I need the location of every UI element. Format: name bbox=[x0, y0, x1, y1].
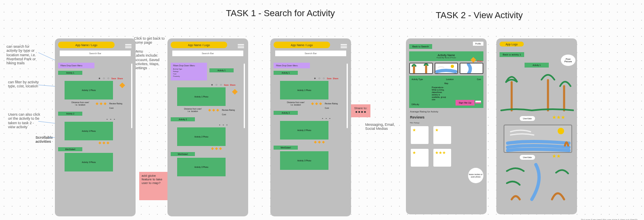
svg-point-0 bbox=[451, 65, 454, 68]
phone-4-activity-detail: Back to Search Profile Activity Name Pos… bbox=[406, 38, 487, 214]
activity-2[interactable]: Activity 2 bbox=[171, 117, 195, 121]
profile-button[interactable]: Profile bbox=[473, 42, 483, 46]
activity-1[interactable]: Activity 1 bbox=[58, 71, 82, 75]
share-label[interactable]: Share bbox=[230, 84, 236, 86]
activity-3-photo[interactable]: Activity 3 Photo bbox=[280, 151, 328, 170]
save-label[interactable]: Save bbox=[224, 84, 229, 86]
mini-globe[interactable]: MiniGlobe/i bbox=[171, 152, 195, 156]
scrollbar[interactable] bbox=[244, 63, 245, 128]
pin-icon bbox=[119, 82, 125, 88]
share-label[interactable]: Share bbox=[333, 77, 339, 80]
distance-label: Distance from user/ i.e. location bbox=[179, 108, 207, 112]
userdate-1: User/date bbox=[520, 116, 535, 121]
prep-text: Preparations- What to bring, dates/times… bbox=[432, 86, 460, 101]
menu-icon[interactable] bbox=[238, 43, 244, 49]
activity-1[interactable]: Activity 1 bbox=[274, 71, 298, 75]
stars-icon: ★★★ bbox=[552, 114, 565, 120]
review-label: Review Rating bbox=[220, 109, 236, 111]
distance-label: Distance from user/ i.e. location bbox=[282, 101, 310, 106]
activity-1-photo[interactable]: Activity 1 Photo bbox=[65, 81, 113, 99]
activity-1[interactable]: Activity 1 bbox=[209, 68, 234, 72]
search-input[interactable]: Search Bar bbox=[172, 51, 243, 56]
flag-icon bbox=[475, 99, 481, 104]
thumb-3[interactable] bbox=[460, 63, 483, 74]
menu-icon[interactable] bbox=[125, 43, 132, 49]
lbl-map[interactable]: Map bbox=[412, 82, 481, 85]
post-picture-button[interactable]: Post Picture bbox=[561, 55, 575, 66]
back-to-search[interactable]: Back to Search bbox=[409, 44, 432, 49]
avg-rating: Average Rating for Activity bbox=[410, 110, 483, 113]
stars-icon: ★★ bbox=[552, 153, 561, 159]
dots-icon[interactable]: • • • bbox=[322, 116, 331, 120]
filter-ratings[interactable]: Filter Ratings bbox=[410, 122, 483, 124]
activity-2-photo[interactable]: Activity 2 Photo bbox=[280, 121, 328, 140]
task1-title: TASK 1 - Search for Activity bbox=[226, 8, 335, 19]
cost-label: Cost bbox=[207, 113, 241, 116]
sticky-globe: add globe feature to take user to map? bbox=[139, 172, 167, 200]
annot-footer: Not sure if we need this one since it do… bbox=[581, 218, 644, 220]
filter-opt[interactable]: Proximity bbox=[173, 75, 205, 78]
dots-icon[interactable]: • • • bbox=[107, 117, 116, 121]
scrollbar[interactable] bbox=[347, 63, 348, 128]
save-label[interactable]: Save bbox=[327, 77, 332, 80]
cost-label: Cost bbox=[94, 107, 128, 109]
dots-icon[interactable]: ● ○ ○ bbox=[98, 76, 110, 80]
share-label[interactable]: Share bbox=[117, 77, 123, 80]
reviews-header: Reviews bbox=[410, 115, 483, 119]
dots-icon[interactable]: ● ○ ○ bbox=[314, 76, 326, 80]
activity-2[interactable]: Activity 2 bbox=[274, 111, 298, 115]
filters-expanded[interactable]: Filters Drop Down Menu Activity Type Rat… bbox=[171, 63, 207, 80]
thumb-2[interactable] bbox=[435, 63, 458, 74]
cost-label: Cost bbox=[310, 107, 344, 109]
svg-point-1 bbox=[558, 128, 564, 134]
review-card[interactable]: ★ bbox=[411, 149, 429, 167]
activity-2[interactable]: Activity 2 bbox=[58, 112, 82, 116]
activity-2-photo[interactable]: Activity 2 Photo bbox=[177, 127, 226, 146]
activity-3-photo[interactable]: Activity 3 Photo bbox=[65, 153, 113, 171]
menu-icon[interactable] bbox=[341, 43, 347, 49]
scrollbar[interactable] bbox=[131, 63, 132, 128]
distance-label: Distance from user/ i.e. location bbox=[66, 101, 94, 106]
userdate-2: User/date bbox=[520, 155, 535, 160]
signup-button[interactable]: Sign Me Up bbox=[456, 100, 475, 106]
phone-5-photos: App Logo Back to activity 1 Post Picture… bbox=[496, 38, 577, 214]
filters-dropdown[interactable]: Filters Drop Down Menu bbox=[274, 63, 310, 68]
activity-chip[interactable]: Activity 1 bbox=[525, 63, 549, 68]
annot-sharevia: Messaging, Email, Social Medias bbox=[365, 123, 406, 131]
task2-title: TASK 2 - View Activity bbox=[436, 10, 523, 21]
back-to-activity[interactable]: Back to activity 1 bbox=[500, 52, 524, 57]
activity-3-photo[interactable]: Activity 3 Photo bbox=[177, 158, 226, 176]
dots-icon[interactable]: • • • bbox=[219, 123, 228, 127]
app-logo[interactable]: App Logo bbox=[500, 42, 524, 47]
review-label: Review Rating bbox=[323, 102, 339, 105]
review-card[interactable]: ★ bbox=[411, 126, 429, 144]
lbl-loc: Location bbox=[446, 78, 454, 80]
pin-icon bbox=[232, 89, 238, 95]
review-card[interactable]: ★ bbox=[433, 126, 451, 144]
activity-1-photo[interactable]: Activity 1 Photo bbox=[280, 81, 328, 99]
app-logo[interactable]: App Name / Logo bbox=[58, 42, 115, 48]
lbl-cost: Cost bbox=[477, 78, 481, 80]
filters-dropdown[interactable]: Filters Drop Down Menu bbox=[58, 63, 94, 68]
phone-3: App Name / Logo Search Bar Filters Drop … bbox=[270, 38, 351, 216]
mini-globe[interactable]: MiniGlobe/i bbox=[274, 146, 298, 150]
dots-icon[interactable]: ● ○ ○ bbox=[211, 83, 223, 87]
leave-review-bubble[interactable]: leave review or post photo bbox=[468, 168, 483, 183]
mini-globe[interactable]: MiniGlobe/i bbox=[58, 147, 82, 151]
activity-2-photo[interactable]: Activity 2 Photo bbox=[65, 122, 113, 140]
app-logo[interactable]: App Name / Logo bbox=[171, 42, 227, 48]
activity-1-photo[interactable]: Activity 1 Photo bbox=[177, 87, 226, 106]
lbl-type: Activity Type bbox=[412, 78, 423, 80]
phone-2: App Name / Logo Search Bar Filters Drop … bbox=[167, 38, 248, 216]
search-input[interactable]: Search Bar bbox=[275, 51, 346, 56]
review-label: Review Rating bbox=[108, 102, 124, 105]
sticky-shareto: Share to: ■ ■ ■ ■ bbox=[351, 104, 370, 117]
filter-header: Filters Drop Down Menu bbox=[173, 64, 205, 67]
save-label[interactable]: Save bbox=[111, 77, 116, 80]
thumb-1[interactable] bbox=[409, 63, 433, 74]
app-logo[interactable]: App Name / Logo bbox=[274, 42, 330, 48]
review-card[interactable]: ★★★ bbox=[433, 149, 451, 167]
pin-icon[interactable] bbox=[470, 57, 476, 63]
phone-1: App Name / Logo Search Bar Filters Drop … bbox=[55, 38, 136, 216]
search-input[interactable]: Search Bar bbox=[60, 51, 131, 56]
